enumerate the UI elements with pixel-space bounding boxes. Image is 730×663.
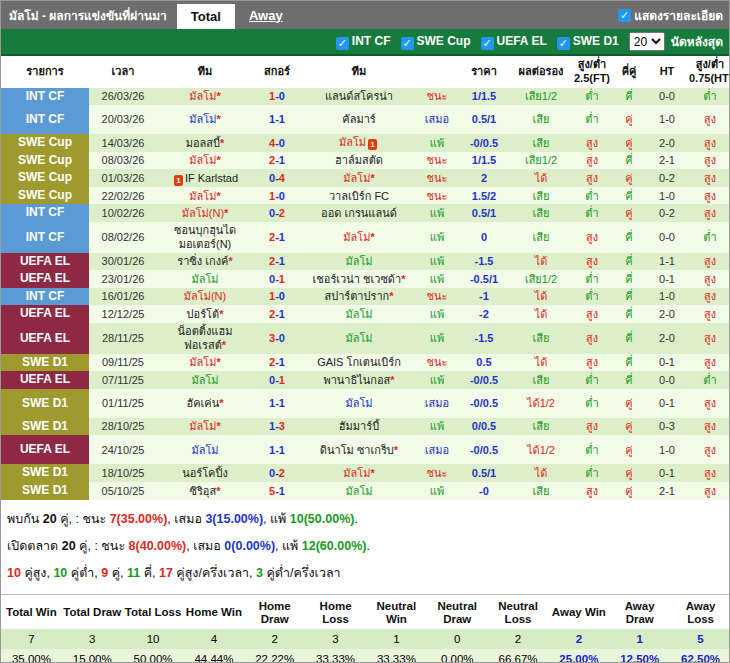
competition-filter-bar: ✓INT CF✓SWE Cup✓UEFA EL✓SWE D1 20 นัดหลั…	[1, 29, 729, 56]
team-name[interactable]: มัลโม่*	[189, 190, 220, 202]
team-name[interactable]: มัลโม่	[191, 374, 218, 386]
match-date: 28/11/25	[89, 323, 157, 354]
team-name[interactable]: มัลโม่	[345, 255, 372, 267]
checkbox-checked-icon[interactable]: ✓	[481, 37, 494, 50]
team-name[interactable]: มัลโม่	[345, 332, 372, 344]
team-name[interactable]: ดินาโม ซาเกร็บ*	[320, 444, 398, 456]
team-name[interactable]: สปาร์ตาปราก*	[324, 290, 393, 302]
team-name[interactable]: วาลเบิร์ก FC	[329, 190, 389, 202]
team-name[interactable]: ซอนบุกฮุนไดมอเตอร์(N)	[174, 224, 236, 250]
stats-count-value: 2	[244, 629, 305, 649]
over-under-25ft: สูง	[571, 418, 613, 436]
match-result: ชนะ	[417, 152, 457, 170]
odd-even: คู่	[613, 389, 645, 418]
favourite-star: *	[220, 137, 224, 149]
team-name[interactable]: มัลโม่1	[339, 136, 379, 148]
away-team-cell: ดินาโม ซาเกร็บ*	[301, 435, 417, 464]
team-name[interactable]: 1IF Karlstad	[172, 172, 238, 184]
handicap-result: เสีย	[511, 187, 571, 205]
stats-count-value: 1	[366, 629, 427, 649]
team-name[interactable]: มัลโม่*	[189, 356, 220, 368]
team-name[interactable]: มัลโม่*	[343, 231, 374, 243]
checkbox-checked-icon[interactable]: ✓	[401, 37, 414, 50]
show-details-toggle[interactable]: ✓ แสดงรายละเอียด	[618, 1, 723, 29]
summary-line-1: พบกัน 20 คู่, : ชนะ 7(35.00%), เสมอ 3(15…	[7, 509, 723, 529]
competition-filter-swe-cup[interactable]: ✓SWE Cup	[401, 34, 471, 48]
team-name[interactable]: ออด เกรนแลนด์	[321, 207, 397, 219]
team-name[interactable]: มัลโม่	[345, 485, 372, 497]
tab-total[interactable]: Total	[177, 4, 235, 29]
team-name[interactable]: มัลโม่	[345, 308, 372, 320]
halftime-score: 0-0	[645, 222, 689, 253]
team-name[interactable]: ฮัคเค่น*	[187, 397, 224, 409]
match-date: 10/02/26	[89, 204, 157, 222]
league-badge: INT CF	[1, 222, 89, 253]
handicap-odds: -0/0.5	[457, 389, 511, 418]
team-name[interactable]: ปอร์โต้*	[187, 308, 224, 320]
team-name[interactable]: มัลโม่*	[189, 90, 220, 102]
team-name[interactable]: มัลโม่(N)	[184, 290, 226, 302]
stats-column-header: Total Loss	[123, 597, 184, 629]
competition-filter-int-cf[interactable]: ✓INT CF	[336, 34, 391, 48]
column-header: ผลต่อรอง	[511, 56, 571, 88]
checkbox-checked-icon[interactable]: ✓	[557, 37, 570, 50]
team-name[interactable]: เชอร์เวน่า ชเวซด้า*	[313, 273, 406, 285]
competition-filter-uefa-el[interactable]: ✓UEFA EL	[481, 34, 547, 48]
halftime-score: 0-1	[645, 354, 689, 372]
column-header: HT	[645, 56, 689, 88]
team-name[interactable]: น็อตติ้งแฮม ฟอเรสต์*	[178, 325, 233, 351]
column-header: เวลา	[89, 56, 157, 88]
stats-column-header: Neutral Draw	[427, 597, 488, 629]
stats-percent-value: 15.00%	[62, 649, 123, 663]
fulltime-score: 2-1	[253, 354, 301, 372]
over-under-25ft: ต่ำ	[571, 288, 613, 306]
column-header: สกอร์	[253, 56, 301, 88]
away-team-cell: ฮาล์มสตัด	[301, 152, 417, 170]
team-name[interactable]: มัลโม่*	[189, 113, 220, 125]
team-name[interactable]: ราซิ่ง เกงค์*	[177, 255, 232, 267]
team-name[interactable]: นอร์โคปิ้ง	[182, 467, 228, 479]
handicap-odds: 0/0.5	[457, 418, 511, 436]
home-team-cell: มัลโม่*	[157, 105, 253, 134]
team-name[interactable]: มัลโม่*	[343, 172, 374, 184]
team-name[interactable]: GAIS โกเตนเบิร์ก	[317, 356, 401, 368]
favourite-star: *	[370, 172, 374, 184]
home-team-cell: ซอนบุกฮุนไดมอเตอร์(N)	[157, 222, 253, 253]
odd-even: คู่	[613, 418, 645, 436]
league-badge: INT CF	[1, 288, 89, 306]
league-badge: SWE D1	[1, 389, 89, 418]
team-name[interactable]: ฮัมมาร์บี้	[339, 420, 379, 432]
checkbox-checked-icon[interactable]: ✓	[336, 37, 349, 50]
stats-column-header: Neutral Win	[366, 597, 427, 629]
team-name[interactable]: มัลโม่	[191, 444, 218, 456]
competition-filter-label: UEFA EL	[497, 34, 547, 48]
team-name[interactable]: มัลโม่*	[189, 154, 220, 166]
team-name[interactable]: มัลโม่(N)*	[182, 207, 229, 219]
summary-line-2: เปิดตลาด 20 คู่, : ชนะ 8(40.00%), เสมอ 0…	[7, 536, 723, 556]
stats-table: Total WinTotal DrawTotal LossHome WinHom…	[1, 597, 730, 663]
handicap-result: ได้	[511, 253, 571, 271]
handicap-result: เสีย	[511, 204, 571, 222]
team-name[interactable]: ซิริอุส*	[190, 485, 221, 497]
team-name[interactable]: มัลโม่*	[189, 420, 220, 432]
team-name[interactable]: คัลมาร์	[342, 113, 375, 125]
tab-away[interactable]: Away	[235, 3, 297, 28]
stats-column-header: Neutral Loss	[488, 597, 549, 629]
team-name[interactable]: ฮาล์มสตัด	[335, 154, 383, 166]
stats-percents-row: 35.00%15.00%50.00%44.44%22.22%33.33%33.3…	[1, 649, 730, 663]
team-name[interactable]: มอลสบี้*	[186, 137, 225, 149]
team-name[interactable]: มัลโม่	[345, 397, 372, 409]
fulltime-score: 1-3	[253, 418, 301, 436]
match-count-select[interactable]: 20	[629, 32, 665, 51]
odd-even: คู่	[613, 134, 645, 152]
competition-filter-swe-d1[interactable]: ✓SWE D1	[557, 34, 619, 48]
column-header: คี่คู่	[613, 56, 645, 88]
show-details-checkbox-icon[interactable]: ✓	[618, 9, 631, 22]
stats-column-header: Home Loss	[305, 597, 366, 629]
team-name[interactable]: แลนด์สโครน่า	[325, 90, 393, 102]
team-name[interactable]: พานาธิไนกอส*	[323, 374, 394, 386]
stats-percent-value: 12.50%	[609, 649, 670, 663]
red-card-icon: 1	[174, 175, 183, 186]
team-name[interactable]: มัลโม่*	[343, 467, 374, 479]
team-name[interactable]: มัลโม่	[191, 273, 218, 285]
